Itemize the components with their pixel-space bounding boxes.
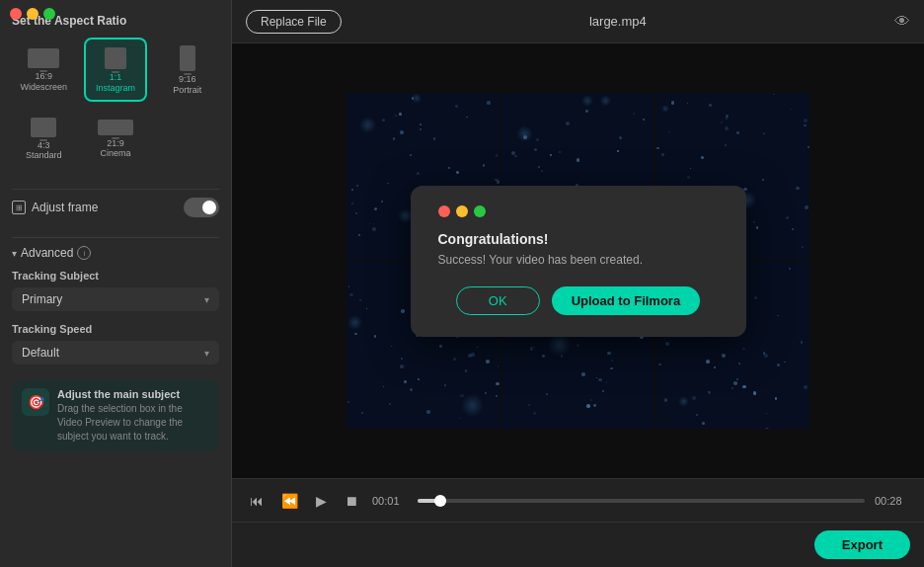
main-area: Replace File large.mp4 👁 Congratulations… [232, 0, 924, 567]
aspect-item-21-9[interactable]: 21:9Cinema [84, 110, 148, 168]
modal-message: Success! Your video has been created. [438, 253, 719, 267]
video-area: Congratulations! Success! Your video has… [232, 43, 924, 478]
tracking-subject-label: Tracking Subject [12, 270, 219, 282]
aspect-item-4-3[interactable]: 4:3Standard [12, 110, 76, 168]
tracking-subject-value: Primary [22, 292, 62, 306]
tracking-subject-dropdown[interactable]: Primary ▾ [12, 287, 219, 311]
total-time: 00:28 [875, 495, 910, 507]
divider-1 [12, 189, 219, 190]
aspect-label-16-9: 16:9Widescreen [21, 71, 68, 93]
progress-thumb [434, 495, 446, 507]
current-time: 00:01 [372, 495, 408, 507]
modal-tl-max[interactable] [474, 205, 486, 217]
adjust-frame-toggle[interactable] [184, 198, 219, 217]
advanced-label: Advanced [21, 246, 73, 260]
ok-button[interactable]: OK [456, 286, 540, 315]
play-button[interactable]: ▶ [312, 491, 331, 511]
aspect-item-1-1[interactable]: 1:1Instagram [84, 38, 148, 102]
export-button[interactable]: Export [814, 530, 910, 559]
hint-text: Adjust the main subject Drag the selecti… [57, 388, 209, 444]
modal-tl-min[interactable] [456, 205, 468, 217]
standard-icon [31, 118, 56, 137]
tracking-speed-dropdown[interactable]: Default ▾ [12, 341, 219, 364]
tracking-speed-value: Default [22, 346, 59, 360]
modal-traffic-lights [438, 205, 719, 217]
stop-button[interactable]: ⏹ [341, 491, 362, 511]
success-modal: Congratulations! Success! Your video has… [411, 186, 746, 337]
hint-box: 🎯 Adjust the main subject Drag the selec… [12, 380, 219, 451]
aspect-ratio-grid-row1: 16:9Widescreen 1:1Instagram 9:16Portrait [12, 38, 219, 102]
aspect-label-1-1: 1:1Instagram [96, 72, 135, 94]
portrait-icon [180, 45, 195, 71]
upload-to-filmora-button[interactable]: Upload to Filmora [552, 286, 701, 315]
wide-icon [28, 48, 59, 68]
tl-minimize[interactable] [27, 8, 38, 20]
tl-close[interactable] [10, 8, 22, 20]
chevron-down-icon: ▾ [12, 248, 17, 259]
playback-bar: ⏮ ⏪ ▶ ⏹ 00:01 00:28 [232, 478, 924, 522]
info-icon: i [77, 246, 91, 260]
aspect-label-4-3: 4:3Standard [26, 140, 62, 162]
modal-title: Congratulations! [438, 231, 719, 247]
hint-title: Adjust the main subject [57, 388, 209, 400]
adjust-frame-row: ⊞ Adjust frame [12, 198, 219, 217]
square-icon [105, 47, 126, 69]
dropdown-arrow-subject: ▾ [204, 294, 209, 305]
bottom-bar: Export [232, 522, 924, 567]
step-back-button[interactable]: ⏪ [277, 491, 302, 511]
sidebar: Set the Aspect Ratio 16:9Widescreen 1:1I… [0, 0, 232, 567]
adjust-frame-label: ⊞ Adjust frame [12, 201, 98, 214]
aspect-item-16-9[interactable]: 16:9Widescreen [12, 38, 76, 102]
replace-file-button[interactable]: Replace File [246, 10, 342, 34]
skip-back-button[interactable]: ⏮ [246, 491, 268, 511]
eye-icon[interactable]: 👁 [894, 13, 910, 31]
divider-2 [12, 237, 219, 238]
top-bar: Replace File large.mp4 👁 [232, 0, 924, 43]
app-traffic-lights [10, 8, 55, 20]
modal-tl-close[interactable] [438, 205, 450, 217]
aspect-label-9-16: 9:16Portrait [173, 74, 201, 96]
modal-buttons: OK Upload to Filmora [438, 286, 719, 315]
advanced-section-header[interactable]: ▾ Advanced i [12, 246, 219, 260]
aspect-item-9-16[interactable]: 9:16Portrait [155, 38, 219, 102]
tracking-speed-label: Tracking Speed [12, 323, 219, 335]
hint-desc: Drag the selection box in the Video Prev… [57, 402, 209, 444]
dropdown-arrow-speed: ▾ [204, 348, 209, 359]
tl-fullscreen[interactable] [43, 8, 55, 20]
modal-overlay: Congratulations! Success! Your video has… [232, 43, 924, 478]
aspect-label-21-9: 21:9Cinema [100, 138, 130, 160]
cinema-icon [98, 120, 133, 135]
hint-icon: 🎯 [22, 388, 49, 416]
frame-icon: ⊞ [12, 201, 26, 214]
file-name: large.mp4 [589, 14, 647, 29]
progress-bar[interactable] [418, 499, 865, 503]
aspect-ratio-grid-row2: 4:3Standard 21:9Cinema [12, 110, 219, 168]
